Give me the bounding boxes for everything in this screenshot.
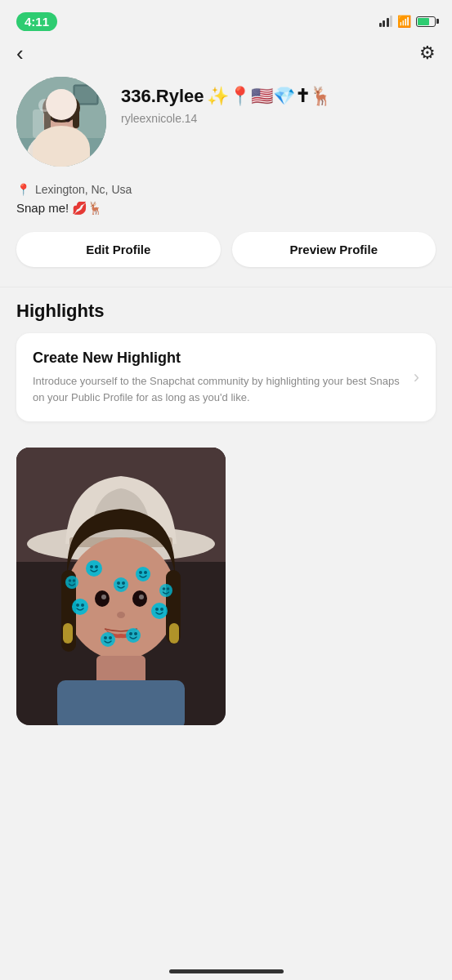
svg-point-39	[151, 603, 168, 619]
svg-point-36	[72, 599, 88, 615]
svg-point-55	[163, 587, 166, 590]
svg-point-48	[126, 628, 141, 643]
svg-rect-26	[63, 623, 73, 644]
create-highlight-card[interactable]: Create New Highlight Introduce yourself …	[16, 333, 436, 421]
svg-point-23	[101, 595, 106, 599]
highlights-title: Highlights	[16, 301, 436, 322]
svg-point-31	[90, 565, 93, 568]
chevron-right-icon: ›	[414, 367, 419, 388]
svg-point-52	[69, 579, 72, 582]
svg-rect-27	[169, 623, 179, 644]
avatar-svg	[16, 77, 106, 167]
svg-point-46	[104, 636, 107, 639]
status-icons: 📶	[379, 15, 436, 28]
svg-point-18	[65, 537, 177, 660]
svg-point-50	[134, 632, 137, 635]
svg-point-44	[122, 581, 125, 585]
svg-point-5	[29, 132, 82, 167]
photo-svg	[16, 448, 226, 725]
svg-point-25	[117, 612, 125, 618]
settings-button[interactable]: ⚙	[419, 42, 436, 64]
svg-point-51	[65, 576, 78, 589]
status-time: 4:11	[16, 12, 57, 31]
top-nav: ‹ ⚙	[0, 36, 452, 77]
signal-icon	[379, 16, 393, 27]
svg-point-47	[109, 636, 112, 639]
create-highlight-content: Create New Highlight Introduce yourself …	[33, 350, 404, 405]
svg-point-33	[136, 567, 150, 581]
svg-point-11	[65, 117, 70, 122]
action-buttons: Edit Profile Preview Profile	[0, 232, 452, 287]
svg-point-34	[139, 571, 142, 574]
avatar	[16, 77, 106, 167]
svg-rect-29	[57, 680, 185, 725]
svg-point-56	[167, 587, 170, 590]
avatar-image	[16, 77, 106, 167]
location-pin-icon: 📍	[16, 183, 30, 196]
photo-grid	[0, 434, 452, 742]
svg-point-40	[155, 608, 159, 611]
profile-name-text: 336.Rylee	[121, 85, 204, 109]
location-row: 📍 Lexington, Nc, Usa	[16, 183, 436, 196]
svg-point-41	[160, 608, 163, 611]
profile-username: ryleexnicole.14	[121, 112, 436, 125]
svg-point-53	[73, 579, 76, 582]
create-highlight-title: Create New Highlight	[33, 350, 404, 367]
svg-point-37	[76, 604, 79, 607]
preview-profile-button[interactable]: Preview Profile	[232, 232, 436, 267]
home-indicator	[169, 969, 284, 973]
svg-point-54	[159, 584, 172, 597]
svg-point-10	[53, 117, 58, 122]
svg-point-49	[129, 632, 132, 635]
edit-profile-button[interactable]: Edit Profile	[16, 232, 221, 267]
battery-icon	[416, 16, 436, 27]
svg-point-45	[101, 632, 115, 647]
svg-point-42	[114, 577, 128, 592]
profile-meta: 📍 Lexington, Nc, Usa Snap me! 💋🦌	[0, 183, 452, 232]
svg-rect-9	[73, 108, 79, 128]
profile-name: 336.Rylee ✨📍🇺🇸💎✝🦌	[121, 85, 436, 109]
svg-point-38	[81, 604, 84, 607]
svg-point-43	[117, 581, 120, 585]
highlights-section: Highlights Create New Highlight Introduc…	[0, 301, 452, 434]
profile-section: 336.Rylee ✨📍🇺🇸💎✝🦌 ryleexnicole.14	[0, 77, 452, 183]
svg-rect-3	[75, 87, 96, 103]
location-text: Lexington, Nc, Usa	[35, 183, 132, 196]
profile-name-emojis: ✨📍🇺🇸💎✝🦌	[207, 85, 332, 109]
svg-point-32	[95, 565, 98, 568]
svg-point-30	[86, 560, 102, 577]
photo-item[interactable]	[16, 448, 226, 725]
section-divider	[0, 287, 452, 287]
bio-text: Snap me! 💋🦌	[16, 201, 436, 216]
svg-rect-13	[33, 109, 51, 138]
profile-info: 336.Rylee ✨📍🇺🇸💎✝🦌 ryleexnicole.14	[121, 77, 436, 125]
create-highlight-desc: Introduce yourself to the Snapchat commu…	[33, 373, 404, 405]
back-button[interactable]: ‹	[16, 42, 24, 64]
wifi-icon: 📶	[397, 15, 411, 28]
svg-point-24	[139, 595, 144, 599]
svg-point-4	[27, 134, 84, 167]
battery-fill	[418, 18, 429, 25]
status-bar: 4:11 📶	[0, 0, 452, 36]
svg-point-35	[144, 571, 147, 574]
